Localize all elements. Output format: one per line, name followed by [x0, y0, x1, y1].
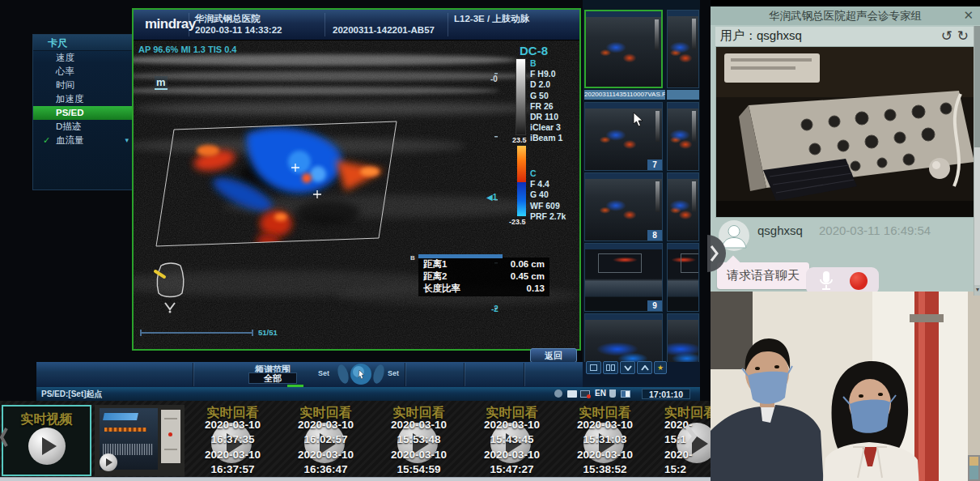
thumbnail-partial[interactable]: [667, 313, 699, 362]
microphone-icon: [819, 270, 834, 292]
set-key-right-label: Set: [388, 369, 399, 377]
menu-item-velocity[interactable]: 速度: [33, 51, 134, 65]
color-bar-negative: [517, 182, 526, 216]
measurement-results: 距离10.06 cm 距离20.45 cm 长度比率0.13: [418, 258, 549, 296]
disk-icon: [621, 390, 630, 398]
thumbnail-partial[interactable]: [667, 102, 699, 171]
live-video-label: 实时视频: [3, 411, 90, 428]
thumbnail-partial[interactable]: [667, 10, 699, 88]
thumbnail-10[interactable]: 10: [584, 313, 663, 362]
live-video-tile[interactable]: 实时视频: [2, 405, 91, 476]
rotate-right-icon[interactable]: ↻: [957, 28, 969, 44]
menu-item-psed[interactable]: PS/ED: [33, 106, 134, 120]
trackball-icon: [337, 362, 384, 387]
network-icon: [580, 390, 590, 398]
thumbnail-partial[interactable]: [667, 172, 699, 241]
measurement-results-header: [418, 254, 503, 258]
replay-tile[interactable]: 实时回看 2020-03-10 15:43:45 2020-03-10 15:4…: [467, 405, 557, 476]
thumbnail-selected[interactable]: [584, 10, 663, 88]
clip-thumbnail-panel: 7 8 9 10 202003111435110007VAS.FRM: [583, 0, 700, 362]
pip-video-overlay: [968, 455, 980, 481]
recording-filmstrip: 实时视频 实时回看 2020-03-10 16:37:35 2020-03-10…: [0, 401, 711, 481]
frame-counter: 51/51: [258, 328, 278, 337]
check-icon: ✓: [43, 134, 50, 147]
color-scale-max: 23.5: [512, 136, 527, 144]
back-button[interactable]: 返回: [530, 348, 577, 363]
chevron-down-icon[interactable]: ▾: [125, 134, 129, 147]
thumbnail-7[interactable]: 7: [584, 102, 663, 171]
scroll-down-icon[interactable]: ▾: [974, 285, 980, 296]
cine-progress-bar[interactable]: [140, 332, 253, 334]
ultrasound-window: mindray 华润武钢总医院 2020-03-11 14:33:22 2020…: [132, 8, 581, 351]
conference-title-bar: 华润武钢总医院超声会诊专家组 ✕: [711, 6, 980, 25]
voice-request-control: [806, 267, 879, 295]
replay-tile[interactable]: 实时回看 2020-03-10 15:53:48 2020-03-10 15:5…: [374, 405, 464, 476]
username: qsghxsq: [757, 28, 802, 42]
replay-tile[interactable]: 实时回看 2020-03-10 16:02:57 2020-03-10 16:3…: [281, 405, 371, 476]
replay-tile-clipped[interactable]: 实时回看 2020- 15:1 2020- 15:2: [653, 405, 711, 476]
remote-video-console: [715, 46, 975, 218]
grayscale-bar: [515, 58, 526, 135]
chat-sender-name: qsghxsq: [757, 223, 803, 237]
language-indicator[interactable]: EN: [595, 389, 606, 398]
chat-message-bubble: 请求语音聊天: [717, 262, 809, 289]
thumbnail-partial[interactable]: [667, 243, 699, 312]
ultrasound-header: mindray 华润武钢总医院 2020-03-11 14:33:22 2020…: [134, 10, 579, 40]
chevron-down-button[interactable]: [620, 361, 635, 374]
body-marker-icon: [148, 261, 192, 314]
measurement-row: 距离20.45 cm: [423, 270, 545, 283]
close-icon[interactable]: ✕: [963, 6, 974, 25]
caliper-menu: 卡尺 速度 心率 时间 加速度 PS/ED D描迹 ✓ 血流量 ▾: [32, 34, 134, 190]
exam-datetime: 2020-03-11 14:33:22: [195, 25, 282, 35]
replay-tile[interactable]: 实时回看 2020-03-10 15:31:03 2020-03-10 15:3…: [560, 405, 650, 476]
menu-item-acceleration[interactable]: 加速度: [33, 92, 134, 106]
device-panel: [161, 410, 180, 463]
system-clock: 17:01:10: [642, 389, 690, 399]
menu-item-time[interactable]: 时间: [33, 79, 134, 92]
favorite-star-button[interactable]: ★: [654, 361, 667, 374]
play-icon[interactable]: [28, 428, 66, 465]
scrollbar-thumb[interactable]: [974, 26, 980, 147]
filmstrip-scroll-left-icon[interactable]: [0, 427, 8, 448]
dual-layout-button[interactable]: [603, 361, 618, 374]
menu-item-heartrate[interactable]: 心率: [33, 65, 134, 79]
ultrasound-app: 卡尺 速度 心率 时间 加速度 PS/ED D描迹 ✓ 血流量 ▾ mindra…: [0, 0, 711, 401]
set-key-left-label: Set: [318, 369, 329, 377]
vendor-logo: mindray: [145, 16, 196, 32]
conference-panel: 华润武钢总医院超声会诊专家组 ✕ 用户：qsghxsq ↺ ↻: [711, 6, 980, 481]
measure-group-marker: B: [410, 254, 415, 262]
ultrasound-image-area: AP 96.6% MI 1.3 TIS 0.4 m DC-8 B F H9.0D…: [134, 40, 579, 349]
status-dot-icon: [554, 389, 562, 398]
video-thumbnail-tile[interactable]: [95, 405, 185, 476]
user-row: 用户：qsghxsq ↺ ↻: [715, 27, 975, 46]
tool-icon: [609, 389, 616, 398]
measurement-row: 距离10.06 cm: [423, 258, 545, 270]
transducer-preset: DC-8: [520, 44, 548, 57]
filmstrip-scroll-right-icon[interactable]: [684, 424, 697, 449]
menu-item-dtrace[interactable]: D描迹: [33, 120, 134, 134]
depth-label-bottom: -2: [491, 304, 498, 313]
play-icon[interactable]: [100, 453, 117, 471]
operation-hint: PS/ED:[Set]起点: [41, 389, 103, 400]
menu-item-flow[interactable]: ✓ 血流量 ▾: [33, 134, 134, 147]
mouse-cursor: [633, 112, 643, 127]
color-mode-params: C F 4.4G 40 WF 609PRF 2.7k: [530, 168, 566, 222]
thumbnail-9[interactable]: 9: [584, 243, 663, 312]
thumbnail-8[interactable]: 8: [584, 172, 663, 241]
caliper-menu-title: 卡尺: [33, 35, 134, 51]
clip-filename: 202003111435110007VAS.FRM: [584, 90, 665, 100]
replay-tile[interactable]: 实时回看 2020-03-10 16:37:35 2020-03-10 16:3…: [188, 405, 278, 476]
spectrum-range-value[interactable]: 全部: [248, 372, 297, 384]
color-scale-min: -23.5: [509, 218, 526, 226]
chevron-up-button[interactable]: [637, 361, 652, 374]
chat-scrollbar[interactable]: ▾: [974, 26, 980, 296]
color-bar-positive: [517, 146, 526, 182]
single-layout-button[interactable]: [586, 361, 601, 374]
remote-video-doctors: [711, 292, 980, 481]
record-button[interactable]: [850, 272, 868, 290]
hospital-name: 华润武钢总医院: [195, 13, 261, 25]
exam-id: 20200311-142201-AB57: [333, 25, 435, 35]
ultrasound-picture: [134, 40, 579, 349]
orientation-marker: m: [155, 76, 168, 90]
rotate-left-icon[interactable]: ↺: [941, 28, 952, 44]
